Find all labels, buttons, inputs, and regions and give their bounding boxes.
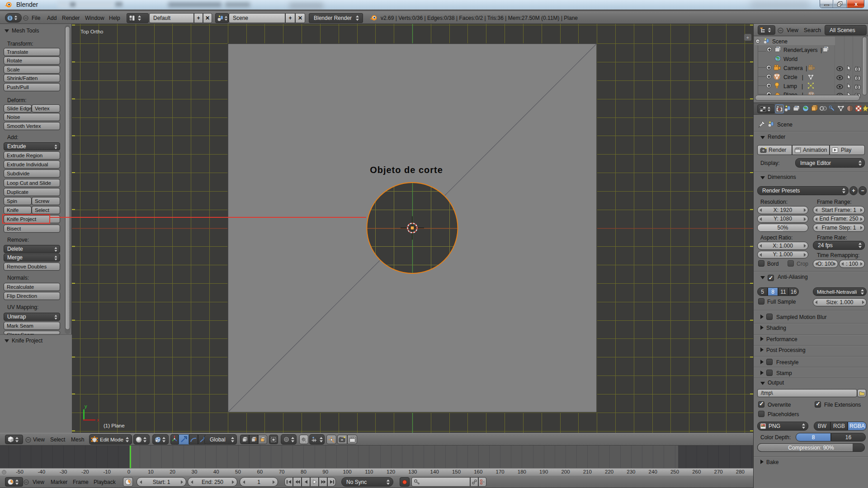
svg-text:i: i — [9, 16, 11, 20]
svg-text:y: y — [85, 404, 87, 409]
svg-text:Top Ortho: Top Ortho — [80, 29, 104, 34]
svg-text:(1) Plane: (1) Plane — [104, 423, 125, 428]
svg-text:x: x — [97, 417, 99, 422]
svg-text:Objeto de corte: Objeto de corte — [370, 165, 443, 175]
svg-text:+: + — [746, 35, 749, 40]
